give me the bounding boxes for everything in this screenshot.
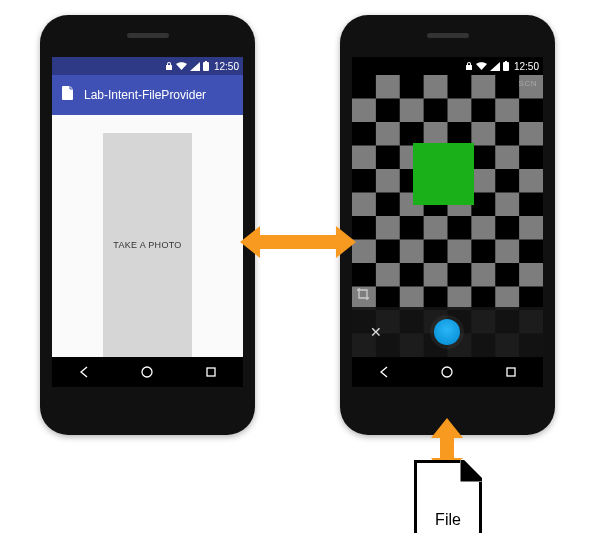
svg-rect-7 [376,99,400,123]
file-label: File [435,511,461,529]
svg-rect-5 [448,75,472,99]
svg-rect-38 [495,263,519,287]
file-icon [62,86,74,104]
home-icon[interactable] [139,364,155,380]
clock-text: 12:50 [514,61,539,72]
svg-rect-28 [400,216,424,240]
camera-subject [413,143,474,205]
shutter-button[interactable] [434,319,460,345]
svg-rect-14 [495,122,519,146]
camera-controls: ✕ [352,307,543,357]
nav-bar [352,357,543,387]
svg-rect-52 [507,368,515,376]
bidirectional-arrow-icon [440,436,454,460]
svg-rect-8 [424,99,448,123]
clock-text: 12:50 [214,61,239,72]
phone-speaker [427,33,469,38]
home-icon[interactable] [439,364,455,380]
lock-icon [165,61,173,71]
svg-rect-3 [352,75,376,99]
signal-icon [490,62,500,71]
app-bar: Lab-Intent-FileProvider [52,75,243,115]
svg-rect-1 [207,368,215,376]
svg-rect-36 [400,263,424,287]
app-title: Lab-Intent-FileProvider [84,88,206,102]
recents-icon[interactable] [503,364,519,380]
camera-viewfinder: SCN ✕ [352,75,543,357]
phone-screen-right: 12:50 [352,57,543,387]
svg-rect-6 [495,75,519,99]
svg-rect-26 [519,193,543,217]
phone-left: 12:50 Lab-Intent-FileProvider TAKE A PHO… [40,15,255,435]
battery-icon [503,61,509,71]
close-icon[interactable]: ✕ [370,324,382,340]
bidirectional-arrow-icon [258,235,338,249]
wifi-icon [476,62,487,71]
svg-rect-31 [376,240,400,264]
back-icon[interactable] [76,364,92,380]
status-bar: 12:50 [352,57,543,75]
status-bar: 12:50 [52,57,243,75]
svg-rect-23 [376,193,400,217]
svg-rect-15 [376,146,400,170]
svg-rect-32 [424,240,448,264]
recents-icon[interactable] [203,364,219,380]
lock-icon [465,61,473,71]
scene-mode-label: SCN [519,79,537,88]
svg-rect-4 [400,75,424,99]
take-photo-button[interactable]: TAKE A PHOTO [103,133,191,357]
svg-rect-17 [471,146,495,170]
nav-bar [52,357,243,387]
svg-rect-33 [471,240,495,264]
svg-rect-35 [352,263,376,287]
svg-rect-18 [519,146,543,170]
svg-rect-19 [352,169,376,193]
svg-rect-9 [471,99,495,123]
svg-point-51 [442,367,452,377]
svg-rect-22 [495,169,519,193]
app-body: TAKE A PHOTO [52,115,243,357]
svg-point-0 [142,367,152,377]
svg-rect-30 [495,216,519,240]
phone-screen-left: 12:50 Lab-Intent-FileProvider TAKE A PHO… [52,57,243,387]
phone-right: 12:50 [340,15,555,435]
svg-rect-34 [519,240,543,264]
svg-rect-10 [519,99,543,123]
battery-icon [203,61,209,71]
file-icon: File [414,460,482,533]
wifi-icon [176,62,187,71]
back-icon[interactable] [376,364,392,380]
svg-rect-29 [448,216,472,240]
phone-speaker [127,33,169,38]
signal-icon [190,62,200,71]
settings-icon[interactable] [356,287,370,301]
svg-rect-11 [352,122,376,146]
svg-rect-25 [471,193,495,217]
svg-rect-37 [448,263,472,287]
